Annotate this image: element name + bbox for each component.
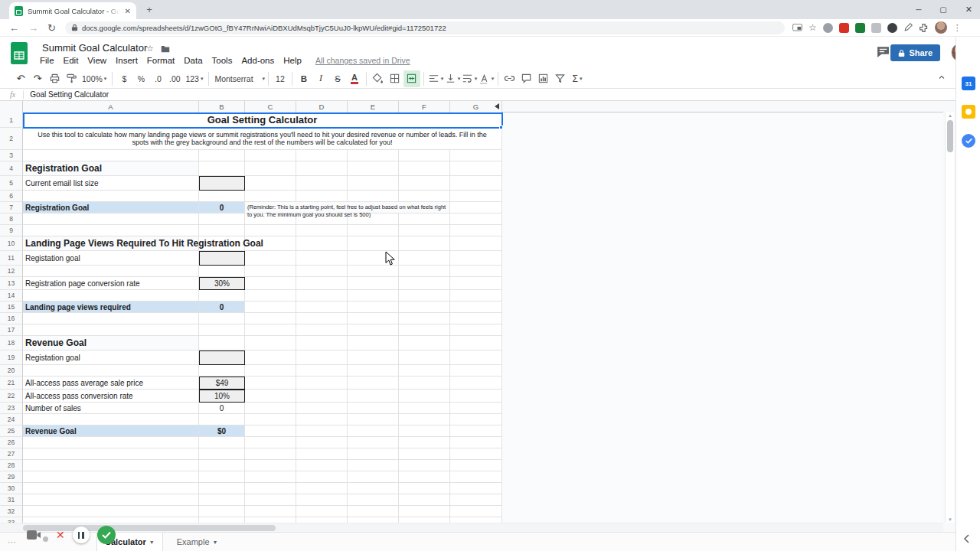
row-header-15[interactable]: 15 [0,302,23,313]
cell-G8[interactable] [450,214,502,225]
cell-D4[interactable] [296,161,348,176]
cell-B6[interactable] [199,191,245,202]
select-all-corner[interactable] [0,101,23,112]
cell-F26[interactable] [399,437,450,448]
cell-E6[interactable] [348,191,399,202]
cell-E22[interactable] [348,390,399,403]
cell-E10[interactable] [348,236,399,251]
decrease-decimal-button[interactable]: .0 [149,70,166,87]
cell-F9[interactable] [399,225,450,236]
text-wrap-button[interactable]: ▾ [461,70,478,87]
cell-F31[interactable] [399,494,450,506]
cell-B3[interactable] [199,150,245,161]
cell-E25[interactable] [348,425,399,437]
row-header-33[interactable]: 33 [0,517,23,523]
row-header-3[interactable]: 3 [0,150,23,161]
cell-E14[interactable] [348,290,399,302]
row-header-12[interactable]: 12 [0,266,23,277]
cell-E31[interactable] [348,494,399,506]
cell-C19[interactable] [245,350,296,365]
cell-D3[interactable] [296,150,348,161]
cell-D27[interactable] [296,448,348,460]
cell-D14[interactable] [296,290,348,302]
insert-comment-button[interactable] [518,70,535,87]
cell-D19[interactable] [296,350,348,365]
cell-B30[interactable] [199,483,245,494]
functions-button[interactable]: Σ▾ [569,70,586,87]
cell-E18[interactable] [348,336,399,350]
cell-B27[interactable] [199,448,245,460]
window-minimize-button[interactable]: ─ [916,5,921,14]
extension-icon-5[interactable] [887,23,897,33]
cell-C21[interactable] [245,377,296,390]
cell-E17[interactable] [348,324,399,336]
cell-B25[interactable]: $0 [199,425,245,437]
window-close-button[interactable]: ✕ [965,5,972,15]
cell-F13[interactable] [399,277,450,290]
insert-link-button[interactable] [501,70,518,87]
menu-tools[interactable]: Tools [207,56,237,65]
menu-help[interactable]: Help [279,56,306,65]
cell-A7[interactable]: Registration Goal [23,202,199,214]
format-percent-button[interactable]: % [132,70,149,87]
cell-F11[interactable] [399,251,450,266]
cell-G3[interactable] [450,150,502,161]
column-header-D[interactable]: D [296,101,348,112]
cell-E24[interactable] [348,414,399,425]
cell-G31[interactable] [450,494,502,506]
column-header-F[interactable]: F [399,101,450,112]
cell-B7[interactable]: 0 [199,202,245,214]
menu-format[interactable]: Format [142,56,179,65]
cell-B29[interactable] [199,471,245,483]
share-button[interactable]: Share [890,44,940,61]
cell-G6[interactable] [450,191,502,202]
media-control-icon[interactable] [792,24,802,32]
pause-recording-button[interactable] [73,527,90,543]
cell-C14[interactable] [245,290,296,302]
undo-button[interactable]: ↶ [12,70,29,87]
cell-E20[interactable] [348,365,399,377]
cell-G12[interactable] [450,266,502,277]
row-header-2[interactable]: 2 [0,128,23,150]
cell-F12[interactable] [399,266,450,277]
cell-A2[interactable]: Use this tool to calculate how many land… [23,128,502,150]
row-header-1[interactable]: 1 [0,112,23,128]
cell-A25[interactable]: Revenue Goal [23,425,199,437]
cell-F10[interactable] [399,236,450,251]
cell-G29[interactable] [450,471,502,483]
row-header-31[interactable]: 31 [0,494,23,506]
column-header-C[interactable]: C [245,101,296,112]
saved-status[interactable]: All changes saved in Drive [315,56,410,65]
row-header-19[interactable]: 19 [0,350,23,365]
cell-G7[interactable] [450,202,502,214]
cell-C17[interactable] [245,324,296,336]
cell-E5[interactable] [348,176,399,191]
cell-B13[interactable]: 30% [199,277,245,290]
cell-D29[interactable] [296,471,348,483]
cell-G24[interactable] [450,414,502,425]
cell-G20[interactable] [450,365,502,377]
filter-button[interactable] [552,70,569,87]
forward-icon[interactable]: → [28,22,38,34]
format-currency-button[interactable]: $ [116,70,132,87]
cell-A16[interactable] [23,313,199,324]
menu-addons[interactable]: Add-ons [237,56,279,65]
vertical-align-button[interactable]: ▾ [444,70,461,87]
cell-D28[interactable] [296,460,348,471]
cell-G11[interactable] [450,251,502,266]
cell-E11[interactable] [348,251,399,266]
window-maximize-button[interactable]: ▢ [939,5,946,14]
cell-C9[interactable] [245,225,296,236]
row-header-22[interactable]: 22 [0,390,23,403]
cell-F18[interactable] [399,336,450,350]
row-header-24[interactable]: 24 [0,414,23,425]
cell-D21[interactable] [296,377,348,390]
cell-G14[interactable] [450,290,502,302]
cell-C18[interactable] [245,336,296,350]
column-header-A[interactable]: A [23,101,199,112]
calendar-icon[interactable]: 31 [962,77,975,90]
cell-B15[interactable]: 0 [199,302,245,313]
row-header-20[interactable]: 20 [0,365,23,377]
cell-D12[interactable] [296,266,348,277]
cell-E15[interactable] [348,302,399,313]
